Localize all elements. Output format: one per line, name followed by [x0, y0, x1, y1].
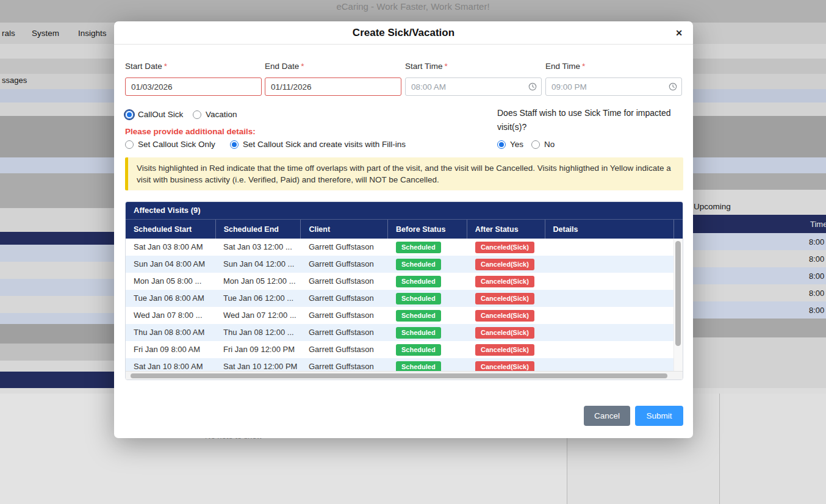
- background-row: [0, 361, 114, 372]
- background-row: [0, 344, 114, 361]
- radio-icon: [497, 140, 506, 149]
- radio-icon: [531, 140, 540, 149]
- column-header-after-status: After Status: [467, 220, 545, 239]
- background-row: [0, 279, 114, 296]
- cell-client: Garrett Guffstason: [301, 290, 388, 307]
- before-status-badge: Scheduled: [396, 310, 441, 322]
- background-table-header: [0, 372, 114, 388]
- background-band: [693, 103, 826, 116]
- background-band: [693, 173, 826, 190]
- radio-sick-time-yes[interactable]: Yes: [497, 140, 523, 149]
- before-status-badge: Scheduled: [396, 242, 441, 253]
- column-header-scheduled-start: Scheduled Start: [126, 220, 215, 239]
- start-date-field: Start Date*: [125, 62, 262, 96]
- cell-scheduled-end: Sat Jan 10 12:00 PM: [215, 358, 301, 371]
- column-header-scheduled-end: Scheduled End: [215, 220, 301, 239]
- submit-button[interactable]: Submit: [635, 406, 683, 426]
- before-status-badge: Scheduled: [396, 259, 441, 270]
- table-header-row: Scheduled Start Scheduled End Client Bef…: [126, 219, 683, 239]
- end-time-input[interactable]: [545, 77, 682, 96]
- radio-icon: [125, 140, 134, 149]
- background-row: [693, 284, 826, 301]
- table-title: Affected Visits (9): [126, 202, 683, 219]
- radio-set-callout-sick-fill-ins[interactable]: Set Callout Sick and create visits with …: [230, 140, 406, 149]
- radio-callout-sick[interactable]: CallOut Sick: [125, 110, 183, 120]
- cell-scheduled-end: Fri Jan 09 12:00 PM: [215, 341, 301, 358]
- nav-item-insights[interactable]: Insights: [78, 29, 107, 38]
- background-row: [693, 233, 826, 250]
- cell-after-status: Canceled(Sick): [467, 358, 545, 371]
- background-band: [693, 74, 826, 89]
- background-band: [0, 103, 114, 116]
- messages-label[interactable]: ssages: [2, 76, 27, 85]
- column-header-client: Client: [300, 220, 387, 239]
- cell-before-status: Scheduled: [388, 256, 467, 273]
- app-title: eCaring - Work Faster, Work Smarter!: [0, 1, 826, 12]
- cell-details: [545, 324, 675, 341]
- nav-item-system[interactable]: System: [32, 29, 59, 38]
- clock-icon: [669, 82, 677, 93]
- before-status-badge: Scheduled: [396, 293, 441, 304]
- after-status-badge: Canceled(Sick): [475, 361, 534, 372]
- cell-scheduled-start: Tue Jan 06 8:00 AM: [126, 290, 215, 307]
- clock-icon: [528, 82, 537, 93]
- after-status-badge: Canceled(Sick): [475, 344, 534, 356]
- radio-label: Vacation: [206, 110, 237, 120]
- end-date-input[interactable]: [265, 77, 401, 96]
- time-column-header: Time: [810, 220, 826, 229]
- cell-before-status: Scheduled: [388, 290, 467, 307]
- cell-details: [545, 358, 675, 371]
- cell-scheduled-start: Sat Jan 10 8:00 AM: [126, 358, 215, 371]
- after-status-badge: Canceled(Sick): [475, 327, 534, 339]
- background-row: [0, 296, 114, 313]
- horizontal-scrollbar-thumb[interactable]: [131, 373, 667, 378]
- column-header-details: Details: [545, 220, 674, 239]
- vertical-scrollbar-thumb[interactable]: [675, 241, 681, 346]
- cell-scheduled-start: Sat Jan 03 8:00 AM: [126, 239, 215, 256]
- after-status-badge: Canceled(Sick): [475, 259, 534, 270]
- sick-time-question: Does Staff wish to use Sick Time for imp…: [497, 106, 680, 134]
- background-band: [693, 337, 826, 388]
- radio-set-callout-sick-only[interactable]: Set Callout Sick Only: [125, 140, 215, 149]
- vertical-scrollbar-track: [673, 239, 683, 371]
- cell-client: Garrett Guffstason: [301, 324, 388, 341]
- cell-client: Garrett Guffstason: [301, 256, 388, 273]
- cell-after-status: Canceled(Sick): [467, 256, 545, 273]
- table-row: Sun Jan 04 8:00 AM Sun Jan 04 12:00 ... …: [126, 256, 675, 273]
- required-mark: *: [445, 62, 448, 71]
- after-status-badge: Canceled(Sick): [475, 276, 534, 287]
- nav-item-referrals[interactable]: rals: [2, 29, 15, 38]
- header-scrollbar-stub: [673, 220, 683, 239]
- cancel-button[interactable]: Cancel: [584, 406, 630, 426]
- background-band: [0, 324, 114, 344]
- cell-details: [545, 307, 675, 324]
- cell-after-status: Canceled(Sick): [467, 307, 545, 324]
- time-value: 8:00: [809, 272, 824, 281]
- cell-scheduled-end: Sun Jan 04 12:00 ...: [215, 256, 301, 273]
- start-time-input[interactable]: [405, 77, 542, 96]
- required-mark: *: [301, 62, 304, 71]
- cell-scheduled-start: Thu Jan 08 8:00 AM: [126, 324, 215, 341]
- table-body: Sat Jan 03 8:00 AM Sat Jan 03 12:00 ... …: [126, 239, 683, 371]
- table-row: Tue Jan 06 8:00 AM Tue Jan 06 12:00 ... …: [126, 290, 675, 307]
- table-row: Sat Jan 03 8:00 AM Sat Jan 03 12:00 ... …: [126, 239, 675, 256]
- modal-title: Create Sick/Vacation: [114, 21, 693, 45]
- close-icon[interactable]: ✕: [675, 27, 683, 38]
- cell-after-status: Canceled(Sick): [467, 341, 545, 358]
- cell-client: Garrett Guffstason: [301, 307, 388, 324]
- cell-scheduled-end: Tue Jan 06 12:00 ...: [215, 290, 301, 307]
- cell-details: [545, 290, 675, 307]
- start-date-input[interactable]: [125, 77, 262, 96]
- cell-before-status: Scheduled: [388, 358, 467, 371]
- radio-sick-time-no[interactable]: No: [531, 140, 555, 149]
- background-band: [693, 157, 826, 173]
- background-band: [0, 208, 114, 232]
- background-band: [693, 319, 826, 337]
- radio-label: CallOut Sick: [138, 110, 183, 120]
- time-value: 8:00: [809, 289, 824, 298]
- cell-scheduled-start: Wed Jan 07 8:00 ...: [126, 307, 215, 324]
- radio-vacation[interactable]: Vacation: [193, 110, 237, 120]
- start-time-field: Start Time*: [405, 62, 542, 96]
- background-band: [0, 89, 114, 103]
- end-date-field: End Date*: [265, 62, 401, 96]
